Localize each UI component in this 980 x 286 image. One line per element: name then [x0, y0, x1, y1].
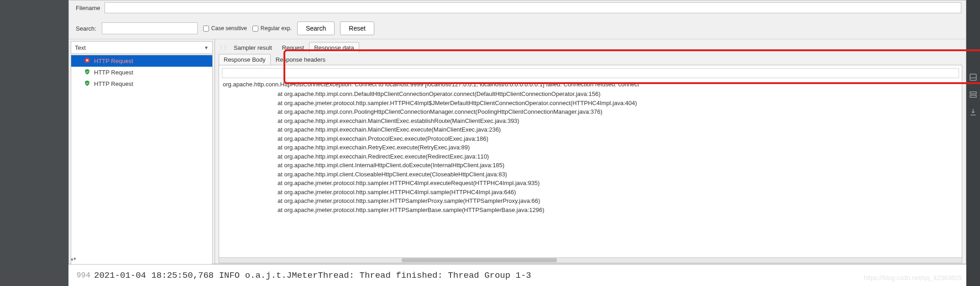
results-tree-panel: Text ▼ HTTP RequestHTTP RequestHTTP Requ… — [69, 39, 215, 267]
case-sensitive-input[interactable] — [203, 26, 209, 32]
results-tree[interactable]: HTTP RequestHTTP RequestHTTP Request — [71, 55, 213, 265]
stack-line: at org.apache.http.impl.execchain.Redire… — [223, 152, 958, 161]
splitter-row: Text ▼ HTTP RequestHTTP RequestHTTP Requ… — [69, 39, 966, 267]
main-panel: Filename Search: Case sensitive Regular … — [68, 0, 966, 264]
download-icon[interactable] — [969, 108, 977, 116]
watermark-text: https://blog.csdn.net/qq_42363605 — [864, 274, 962, 281]
subtab-response-body[interactable]: Response Body — [219, 54, 271, 65]
scrollbar-thumb[interactable] — [402, 258, 557, 262]
svg-rect-3 — [970, 95, 976, 98]
filename-label: Filename — [73, 5, 100, 11]
console-text: 2021-01-04 18:25:50,768 INFO o.a.j.t.JMe… — [94, 270, 531, 281]
response-find-input[interactable] — [222, 68, 959, 78]
dark-left-gutter — [0, 0, 68, 286]
case-sensitive-checkbox[interactable]: Case sensitive — [203, 25, 247, 32]
regex-checkbox[interactable]: Regular exp. — [252, 25, 292, 32]
filename-input[interactable] — [105, 2, 961, 13]
success-shield-icon — [84, 80, 90, 88]
panel-icon[interactable] — [969, 73, 977, 81]
stack-line: at org.apache.http.impl.client.InternalH… — [223, 161, 958, 170]
tree-item[interactable]: HTTP Request — [71, 67, 212, 78]
svg-rect-2 — [970, 92, 976, 94]
stack-trace: at org.apache.http.impl.conn.DefaultHttp… — [223, 90, 958, 214]
tab-sampler-result[interactable]: Sampler result — [229, 42, 277, 53]
search-input[interactable] — [102, 22, 198, 34]
detail-panel: ⋮⋮ Sampler result Request Response data … — [215, 39, 966, 267]
stack-line: at org.apache.jmeter.protocol.http.sampl… — [223, 196, 958, 206]
response-text[interactable]: org.apache.http.conn.HttpHostConnectExce… — [219, 81, 962, 218]
error-icon — [84, 57, 90, 65]
console-line-number: 994 — [72, 271, 94, 280]
tab-response-data[interactable]: Response data — [309, 42, 359, 53]
search-button[interactable]: Search — [297, 21, 335, 35]
stack-line: at org.apache.http.impl.conn.PoolingHttp… — [223, 107, 958, 117]
tree-item-label: HTTP Request — [94, 58, 133, 64]
subtab-response-headers[interactable]: Response headers — [271, 54, 330, 65]
exception-line: org.apache.http.conn.HttpHostConnectExce… — [223, 81, 958, 90]
stack-line: at org.apache.http.impl.execchain.MainCl… — [223, 125, 958, 134]
stack-line: at org.apache.http.impl.execchain.RetryE… — [223, 143, 958, 152]
tree-item[interactable]: HTTP Request — [71, 78, 212, 90]
success-shield-icon — [84, 69, 90, 76]
svg-rect-0 — [970, 74, 976, 80]
tree-item[interactable]: HTTP Request — [71, 55, 212, 67]
stack-line: at org.apache.jmeter.protocol.http.sampl… — [223, 179, 958, 188]
render-dropdown-value: Text — [75, 44, 86, 51]
layers-icon[interactable] — [969, 90, 977, 99]
stack-line: at org.apache.http.impl.execchain.MainCl… — [223, 117, 958, 126]
right-toolbar — [966, 0, 980, 286]
case-sensitive-label: Case sensitive — [211, 25, 247, 32]
regex-label: Regular exp. — [261, 25, 292, 32]
search-row: Search: Case sensitive Regular exp. Sear… — [69, 18, 966, 39]
stack-line: at org.apache.jmeter.protocol.http.sampl… — [223, 188, 958, 197]
tree-item-label: HTTP Request — [94, 80, 133, 87]
stack-line: at org.apache.jmeter.protocol.http.sampl… — [223, 99, 958, 108]
chevron-down-icon: ▼ — [204, 45, 209, 50]
stack-line: at org.apache.http.impl.conn.DefaultHttp… — [223, 90, 958, 99]
grip-icon: ⋮⋮ — [219, 45, 229, 51]
reset-button[interactable]: Reset — [340, 21, 374, 35]
horizontal-scrollbar[interactable] — [219, 257, 962, 263]
stack-line: at org.apache.http.impl.client.Closeable… — [223, 170, 958, 179]
stack-line: at org.apache.jmeter.protocol.http.sampl… — [223, 206, 958, 215]
stack-line: at org.apache.http.impl.execchain.Protoc… — [223, 134, 958, 143]
regex-input[interactable] — [252, 26, 258, 32]
search-label: Search: — [73, 25, 96, 32]
tab-request[interactable]: Request — [277, 42, 309, 53]
tree-item-label: HTTP Request — [94, 69, 133, 76]
response-area: org.apache.http.conn.HttpHostConnectExce… — [219, 65, 962, 263]
console-log-row: 994 2021-01-04 18:25:50,768 INFO o.a.j.t… — [68, 264, 966, 286]
tree-expand-icon[interactable]: ▴▾ — [71, 256, 76, 262]
sub-tabs: Response Body Response headers — [215, 53, 966, 65]
main-tabs: ⋮⋮ Sampler result Request Response data — [215, 39, 966, 53]
render-dropdown[interactable]: Text ▼ — [71, 41, 213, 54]
filename-row: Filename — [69, 0, 966, 18]
